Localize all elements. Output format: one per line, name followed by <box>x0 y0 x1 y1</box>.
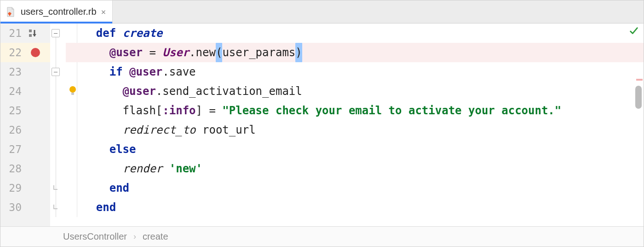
line-number: 23 <box>9 66 22 78</box>
code-line[interactable]: render 'new' <box>66 159 644 178</box>
code-line[interactable]: def create <box>66 24 644 43</box>
matched-paren: ( <box>216 43 222 62</box>
constant: User <box>162 43 189 62</box>
editor-area: 21 22 23 24 25 26 27 28 29 30 <box>0 24 644 226</box>
gutter-row[interactable]: 25 <box>0 101 50 120</box>
gutter-row[interactable]: 27 <box>0 140 50 159</box>
ruby-file-icon <box>5 6 16 18</box>
code-line[interactable]: if @user.save <box>66 62 644 82</box>
svg-rect-1 <box>29 34 32 37</box>
code-content[interactable]: def create @user = User.new(user_params)… <box>66 24 644 226</box>
overriding-method-icon[interactable] <box>28 28 41 38</box>
chevron-right-icon: › <box>133 232 136 241</box>
tab-close-icon[interactable]: × <box>101 8 106 16</box>
tab-bar: users_controller.rb × <box>0 0 644 24</box>
fold-end-icon <box>52 184 60 192</box>
line-number: 29 <box>9 182 22 194</box>
breakpoint-icon[interactable] <box>31 48 40 57</box>
line-number: 30 <box>9 201 22 213</box>
breadcrumb-item[interactable]: UsersController <box>63 231 127 242</box>
code-line[interactable]: flash[:info] = "Please check your email … <box>66 101 644 120</box>
fold-toggle-icon[interactable] <box>52 29 60 37</box>
gutter[interactable]: 21 22 23 24 25 26 27 28 29 30 <box>0 24 50 226</box>
method-name: create <box>123 24 163 43</box>
gutter-row[interactable]: 24 <box>0 82 50 101</box>
instance-variable: @user <box>109 43 143 62</box>
line-number: 24 <box>9 85 22 97</box>
svg-rect-0 <box>29 29 32 32</box>
stripe-marker[interactable] <box>636 79 643 81</box>
gutter-row[interactable]: 23 <box>0 62 50 82</box>
code-line[interactable]: end <box>66 198 644 217</box>
code-line[interactable]: @user = User.new(user_params) <box>66 43 644 62</box>
code-line[interactable]: redirect_to root_url <box>66 120 644 140</box>
gutter-row[interactable]: 26 <box>0 120 50 140</box>
breadcrumb-item[interactable]: create <box>143 231 168 242</box>
intention-bulb-icon[interactable] <box>69 47 77 58</box>
scrollbar-thumb[interactable] <box>635 86 642 109</box>
matched-paren: ) <box>295 43 302 62</box>
fold-end-icon <box>52 203 60 212</box>
line-number: 28 <box>9 163 22 175</box>
line-number: 27 <box>9 143 22 155</box>
code-line[interactable]: end <box>66 178 644 198</box>
code-line[interactable]: @user.send_activation_email <box>66 82 644 101</box>
fold-toggle-icon[interactable] <box>52 68 60 76</box>
line-number: 25 <box>9 105 22 117</box>
gutter-row[interactable]: 29 <box>0 178 50 198</box>
code-line[interactable]: else <box>66 140 644 159</box>
error-stripe[interactable] <box>636 24 643 226</box>
tab-filename: users_controller.rb <box>21 6 97 17</box>
gutter-row[interactable]: 22 <box>0 43 50 62</box>
line-number: 26 <box>9 124 22 136</box>
editor-tab[interactable]: users_controller.rb × <box>0 0 113 23</box>
string-literal: "Please check your email to activate you… <box>222 101 561 120</box>
keyword-def: def <box>96 24 116 43</box>
gutter-row[interactable]: 28 <box>0 159 50 178</box>
breadcrumb: UsersController › create <box>0 226 644 247</box>
line-number: 22 <box>9 47 22 59</box>
gutter-row[interactable]: 30 <box>0 198 50 217</box>
fold-column <box>50 24 66 226</box>
gutter-row[interactable]: 21 <box>0 24 50 43</box>
line-number: 21 <box>9 27 22 39</box>
